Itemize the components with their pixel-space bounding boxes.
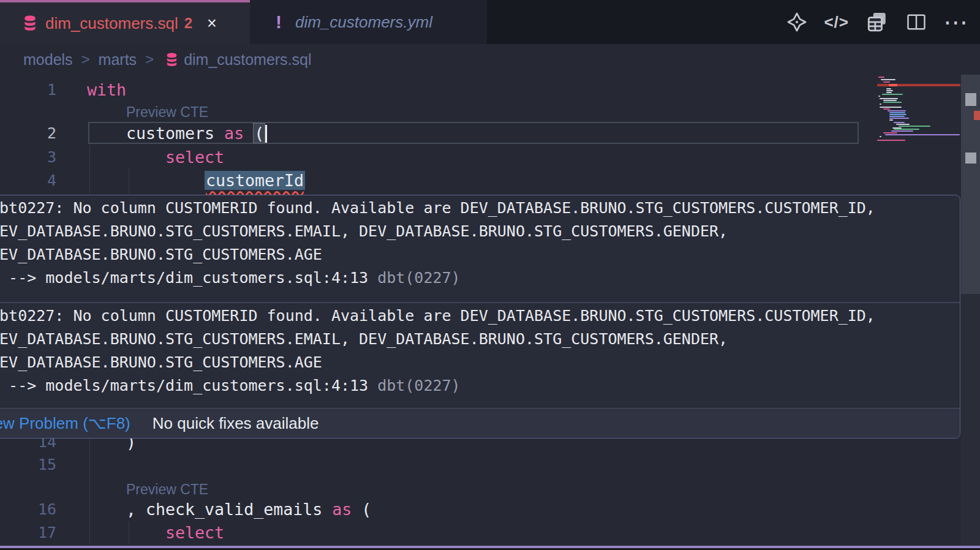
vertical-scrollbar[interactable] xyxy=(961,75,980,546)
breadcrumb-marts[interactable]: marts xyxy=(99,51,137,69)
code-line-16[interactable]: 16 , check_valid_emails as ( xyxy=(0,498,876,521)
line-number: 16 xyxy=(0,498,56,521)
tab-filename: dim_customers.yml xyxy=(295,13,432,32)
overview-error-decoration xyxy=(974,111,980,120)
dbt-extension-icon[interactable] xyxy=(786,11,808,33)
error-text: DEV_DATABASE.BRUNO.STG_CUSTOMERS.AGE xyxy=(0,243,960,266)
error-source: dbt(0227) xyxy=(377,377,460,394)
line-number: 15 xyxy=(0,453,56,477)
sql-keyword: select xyxy=(165,523,224,542)
code-line-3[interactable]: 3 select xyxy=(0,146,876,169)
split-editor-icon[interactable] xyxy=(905,11,927,33)
line-number: 3 xyxy=(0,146,56,169)
error-text: dbt0227: No column CUSTOMERID found. Ava… xyxy=(0,197,960,220)
line-number: 4 xyxy=(0,169,56,192)
database-icon xyxy=(22,15,38,32)
chevron-right-icon: > xyxy=(81,51,90,68)
error-location-link[interactable]: --> models/marts/dim_customers.sql:4:13 xyxy=(0,269,377,287)
breadcrumb-models[interactable]: models xyxy=(23,51,73,69)
chevron-right-icon: > xyxy=(145,51,154,68)
code-line-1[interactable]: 1 with xyxy=(0,78,876,102)
line-number: 17 xyxy=(0,521,56,544)
cte-name: customers xyxy=(126,124,214,143)
error-text: DEV_DATABASE.BRUNO.STG_CUSTOMERS.EMAIL, … xyxy=(0,328,960,351)
error-hover-popup: dbt0227: No column CUSTOMERID found. Ava… xyxy=(0,195,960,439)
quick-fix-status: No quick fixes available xyxy=(153,414,319,433)
close-tab-icon[interactable]: × xyxy=(203,13,221,34)
tab-filename: dim_customers.sql xyxy=(45,14,178,33)
line-number: 2 xyxy=(0,122,56,145)
line-number: 1 xyxy=(0,78,56,102)
error-location-link[interactable]: --> models/marts/dim_customers.sql:4:13 xyxy=(0,377,377,394)
code-line-2[interactable]: 2 customers as ( xyxy=(0,122,876,145)
tab-bar: dim_customers.sql 2 × ! dim_customers.ym… xyxy=(0,0,980,44)
minimap-content xyxy=(877,75,960,179)
error-source: dbt(0227) xyxy=(377,269,460,287)
scrollbar-slider[interactable] xyxy=(961,75,980,294)
editor-toolbar: </> ⋯ xyxy=(786,0,969,44)
sql-keyword: as xyxy=(322,500,361,519)
tab-dim-customers-sql[interactable]: dim_customers.sql 2 × xyxy=(0,0,250,44)
error-message-block: dbt0227: No column CUSTOMERID found. Ava… xyxy=(0,197,960,290)
tab-dim-customers-yml[interactable]: ! dim_customers.yml xyxy=(250,0,487,44)
view-problem-link[interactable]: View Problem (⌥F8) xyxy=(0,414,130,433)
minimap[interactable] xyxy=(877,75,960,179)
overview-selection-decoration xyxy=(965,153,976,164)
popup-divider xyxy=(0,302,960,303)
sql-keyword: as xyxy=(214,124,254,143)
error-indicator-icon: ! xyxy=(276,12,282,32)
error-message-block: dbt0227: No column CUSTOMERID found. Ava… xyxy=(0,304,960,397)
error-token-customerid[interactable]: customerId xyxy=(205,171,305,190)
matched-bracket: ( xyxy=(254,124,265,143)
sql-keyword: select xyxy=(165,148,224,167)
database-icon xyxy=(165,52,179,67)
text-cursor xyxy=(265,125,267,143)
query-results-icon[interactable] xyxy=(865,10,889,34)
tab-error-count-badge: 2 xyxy=(184,15,192,32)
code-line-17[interactable]: 17 select xyxy=(0,521,876,544)
error-text: DEV_DATABASE.BRUNO.STG_CUSTOMERS.AGE xyxy=(0,351,960,374)
error-text: dbt0227: No column CUSTOMERID found. Ava… xyxy=(0,304,960,328)
cte-name: , check_valid_emails xyxy=(126,500,322,519)
preview-cte-codelens[interactable]: Preview CTE xyxy=(126,478,208,500)
preview-cte-codelens[interactable]: Preview CTE xyxy=(126,101,208,123)
more-actions-icon[interactable]: ⋯ xyxy=(943,10,969,34)
code-line-15[interactable]: 15 xyxy=(0,453,876,477)
overview-cursor-decoration xyxy=(965,93,976,106)
error-text: DEV_DATABASE.BRUNO.STG_CUSTOMERS.EMAIL, … xyxy=(0,220,960,243)
opening-paren: ( xyxy=(361,500,371,519)
breadcrumb-filename[interactable]: dim_customers.sql xyxy=(184,51,311,69)
sql-keyword: with xyxy=(87,80,126,99)
popup-status-bar: View Problem (⌥F8) No quick fixes availa… xyxy=(0,408,960,438)
code-line-4[interactable]: 4 customerId xyxy=(0,169,876,192)
compile-code-icon[interactable]: </> xyxy=(824,13,849,32)
breadcrumb: models > marts > dim_customers.sql xyxy=(0,44,980,75)
